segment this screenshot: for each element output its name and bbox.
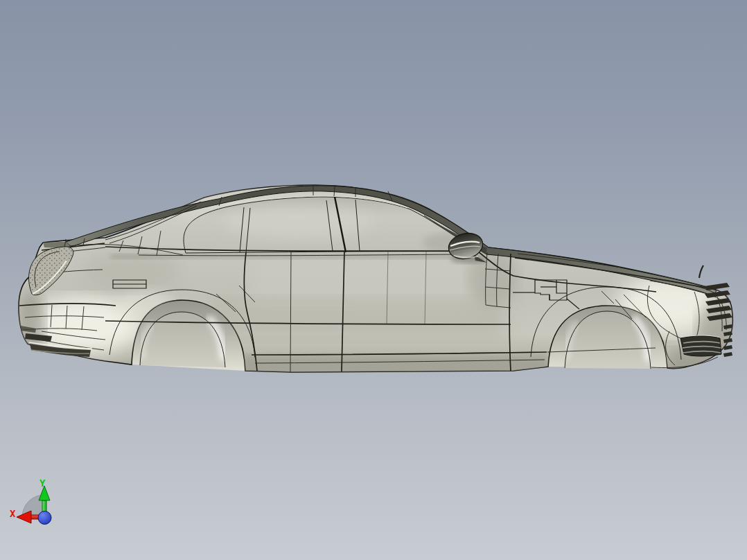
x-axis-label: X (10, 508, 16, 519)
cad-viewport[interactable]: X Y (0, 0, 747, 560)
front-bumper-intake (680, 335, 721, 356)
y-axis-label: Y (39, 478, 46, 489)
orientation-triad: X Y (10, 478, 51, 525)
antenna (699, 265, 703, 278)
cad-canvas: X Y (0, 0, 747, 560)
z-axis-origin-icon (38, 511, 51, 525)
car-model[interactable] (17, 185, 738, 373)
